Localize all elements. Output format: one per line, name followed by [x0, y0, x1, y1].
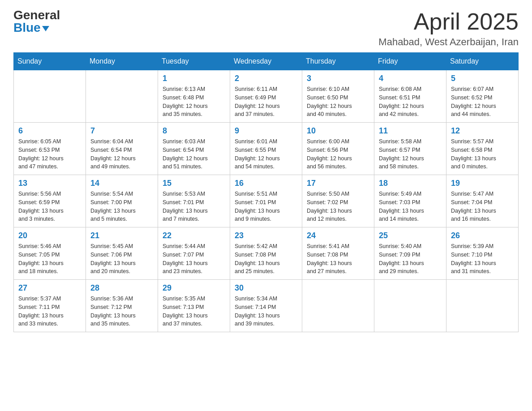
calendar-cell: 22Sunrise: 5:44 AM Sunset: 7:07 PM Dayli… — [158, 227, 230, 280]
calendar-header: SundayMondayTuesdayWednesdayThursdayFrid… — [14, 53, 519, 70]
day-info: Sunrise: 6:13 AM Sunset: 6:48 PM Dayligh… — [163, 85, 225, 119]
day-number: 17 — [307, 179, 369, 188]
day-number: 27 — [18, 283, 81, 293]
weekday-header-wednesday: Wednesday — [230, 53, 302, 70]
day-number: 29 — [163, 283, 225, 293]
day-number: 18 — [379, 179, 442, 188]
day-number: 6 — [18, 126, 81, 136]
calendar-cell: 25Sunrise: 5:40 AM Sunset: 7:09 PM Dayli… — [374, 227, 446, 280]
day-number: 16 — [235, 179, 297, 188]
day-info: Sunrise: 5:41 AM Sunset: 7:08 PM Dayligh… — [307, 242, 369, 276]
calendar-cell — [86, 70, 158, 123]
day-number: 19 — [451, 179, 514, 188]
day-info: Sunrise: 5:36 AM Sunset: 7:12 PM Dayligh… — [90, 295, 153, 328]
day-info: Sunrise: 6:01 AM Sunset: 6:55 PM Dayligh… — [235, 137, 297, 171]
day-number: 24 — [307, 231, 369, 240]
calendar-cell: 23Sunrise: 5:42 AM Sunset: 7:08 PM Dayli… — [230, 227, 302, 280]
day-number: 4 — [379, 74, 442, 83]
calendar-cell: 18Sunrise: 5:49 AM Sunset: 7:03 PM Dayli… — [374, 175, 446, 227]
calendar-cell: 11Sunrise: 5:58 AM Sunset: 6:57 PM Dayli… — [374, 123, 446, 175]
day-info: Sunrise: 5:39 AM Sunset: 7:10 PM Dayligh… — [451, 242, 514, 276]
logo-general: General — [13, 9, 60, 21]
day-info: Sunrise: 5:40 AM Sunset: 7:09 PM Dayligh… — [379, 242, 442, 276]
day-info: Sunrise: 6:04 AM Sunset: 6:54 PM Dayligh… — [90, 137, 153, 171]
day-number: 30 — [235, 283, 297, 293]
weekday-header-sunday: Sunday — [14, 53, 86, 70]
day-number: 1 — [163, 74, 225, 83]
day-info: Sunrise: 5:44 AM Sunset: 7:07 PM Dayligh… — [163, 242, 225, 276]
day-number: 11 — [379, 126, 442, 136]
logo: General Blue — [13, 9, 60, 34]
calendar-body: 1Sunrise: 6:13 AM Sunset: 6:48 PM Daylig… — [14, 70, 519, 332]
weekday-header-saturday: Saturday — [446, 53, 519, 70]
day-number: 8 — [163, 126, 225, 136]
calendar-week-1: 1Sunrise: 6:13 AM Sunset: 6:48 PM Daylig… — [14, 70, 519, 123]
calendar-cell: 19Sunrise: 5:47 AM Sunset: 7:04 PM Dayli… — [446, 175, 519, 227]
day-number: 2 — [235, 74, 297, 83]
day-info: Sunrise: 5:45 AM Sunset: 7:06 PM Dayligh… — [90, 242, 153, 276]
day-info: Sunrise: 6:03 AM Sunset: 6:54 PM Dayligh… — [163, 137, 225, 171]
day-info: Sunrise: 6:08 AM Sunset: 6:51 PM Dayligh… — [379, 85, 442, 119]
calendar-cell: 2Sunrise: 6:11 AM Sunset: 6:49 PM Daylig… — [230, 70, 302, 123]
day-info: Sunrise: 6:00 AM Sunset: 6:56 PM Dayligh… — [307, 137, 369, 171]
day-info: Sunrise: 5:46 AM Sunset: 7:05 PM Dayligh… — [18, 242, 81, 276]
day-number: 26 — [451, 231, 514, 240]
day-number: 23 — [235, 231, 297, 240]
calendar-cell — [14, 70, 86, 123]
calendar-cell: 28Sunrise: 5:36 AM Sunset: 7:12 PM Dayli… — [86, 280, 158, 332]
calendar-table: SundayMondayTuesdayWednesdayThursdayFrid… — [13, 52, 519, 332]
day-info: Sunrise: 5:49 AM Sunset: 7:03 PM Dayligh… — [379, 190, 442, 223]
day-info: Sunrise: 5:51 AM Sunset: 7:01 PM Dayligh… — [235, 190, 297, 223]
day-info: Sunrise: 5:42 AM Sunset: 7:08 PM Dayligh… — [235, 242, 297, 276]
calendar-week-2: 6Sunrise: 6:05 AM Sunset: 6:53 PM Daylig… — [14, 123, 519, 175]
day-info: Sunrise: 6:10 AM Sunset: 6:50 PM Dayligh… — [307, 85, 369, 119]
day-number: 28 — [90, 283, 153, 293]
calendar-cell — [446, 280, 519, 332]
calendar-week-5: 27Sunrise: 5:37 AM Sunset: 7:11 PM Dayli… — [14, 280, 519, 332]
day-info: Sunrise: 6:11 AM Sunset: 6:49 PM Dayligh… — [235, 85, 297, 119]
day-number: 12 — [451, 126, 514, 136]
calendar-cell: 30Sunrise: 5:34 AM Sunset: 7:14 PM Dayli… — [230, 280, 302, 332]
calendar-cell: 26Sunrise: 5:39 AM Sunset: 7:10 PM Dayli… — [446, 227, 519, 280]
day-number: 7 — [90, 126, 153, 136]
page-header: General Blue April 2025 Mahabad, West Az… — [13, 9, 519, 48]
calendar-cell: 15Sunrise: 5:53 AM Sunset: 7:01 PM Dayli… — [158, 175, 230, 227]
day-number: 25 — [379, 231, 442, 240]
day-info: Sunrise: 5:50 AM Sunset: 7:02 PM Dayligh… — [307, 190, 369, 223]
calendar-cell: 24Sunrise: 5:41 AM Sunset: 7:08 PM Dayli… — [302, 227, 374, 280]
day-info: Sunrise: 5:34 AM Sunset: 7:14 PM Dayligh… — [235, 295, 297, 328]
calendar-cell: 29Sunrise: 5:35 AM Sunset: 7:13 PM Dayli… — [158, 280, 230, 332]
calendar-cell: 21Sunrise: 5:45 AM Sunset: 7:06 PM Dayli… — [86, 227, 158, 280]
weekday-header-tuesday: Tuesday — [158, 53, 230, 70]
day-info: Sunrise: 6:07 AM Sunset: 6:52 PM Dayligh… — [451, 85, 514, 119]
day-number: 3 — [307, 74, 369, 83]
calendar-cell: 14Sunrise: 5:54 AM Sunset: 7:00 PM Dayli… — [86, 175, 158, 227]
calendar-cell: 6Sunrise: 6:05 AM Sunset: 6:53 PM Daylig… — [14, 123, 86, 175]
day-info: Sunrise: 5:57 AM Sunset: 6:58 PM Dayligh… — [451, 137, 514, 171]
weekday-header-thursday: Thursday — [302, 53, 374, 70]
location-title: Mahabad, West Azerbaijan, Iran — [378, 36, 519, 48]
day-info: Sunrise: 5:47 AM Sunset: 7:04 PM Dayligh… — [451, 190, 514, 223]
day-info: Sunrise: 6:05 AM Sunset: 6:53 PM Dayligh… — [18, 137, 81, 171]
day-number: 9 — [235, 126, 297, 136]
calendar-cell: 4Sunrise: 6:08 AM Sunset: 6:51 PM Daylig… — [374, 70, 446, 123]
calendar-cell: 27Sunrise: 5:37 AM Sunset: 7:11 PM Dayli… — [14, 280, 86, 332]
calendar-cell: 12Sunrise: 5:57 AM Sunset: 6:58 PM Dayli… — [446, 123, 519, 175]
calendar-cell: 16Sunrise: 5:51 AM Sunset: 7:01 PM Dayli… — [230, 175, 302, 227]
day-number: 5 — [451, 74, 514, 83]
month-title: April 2025 — [378, 9, 519, 34]
day-number: 10 — [307, 126, 369, 136]
day-number: 22 — [163, 231, 225, 240]
day-info: Sunrise: 5:56 AM Sunset: 6:59 PM Dayligh… — [18, 190, 81, 223]
logo-blue: Blue — [13, 21, 60, 34]
calendar-cell: 3Sunrise: 6:10 AM Sunset: 6:50 PM Daylig… — [302, 70, 374, 123]
logo-arrow-icon — [42, 26, 49, 31]
day-info: Sunrise: 5:35 AM Sunset: 7:13 PM Dayligh… — [163, 295, 225, 328]
title-area: April 2025 Mahabad, West Azerbaijan, Ira… — [378, 9, 519, 48]
day-info: Sunrise: 5:54 AM Sunset: 7:00 PM Dayligh… — [90, 190, 153, 223]
calendar-cell: 1Sunrise: 6:13 AM Sunset: 6:48 PM Daylig… — [158, 70, 230, 123]
calendar-cell: 13Sunrise: 5:56 AM Sunset: 6:59 PM Dayli… — [14, 175, 86, 227]
calendar-week-4: 20Sunrise: 5:46 AM Sunset: 7:05 PM Dayli… — [14, 227, 519, 280]
day-info: Sunrise: 5:37 AM Sunset: 7:11 PM Dayligh… — [18, 295, 81, 328]
day-number: 15 — [163, 179, 225, 188]
